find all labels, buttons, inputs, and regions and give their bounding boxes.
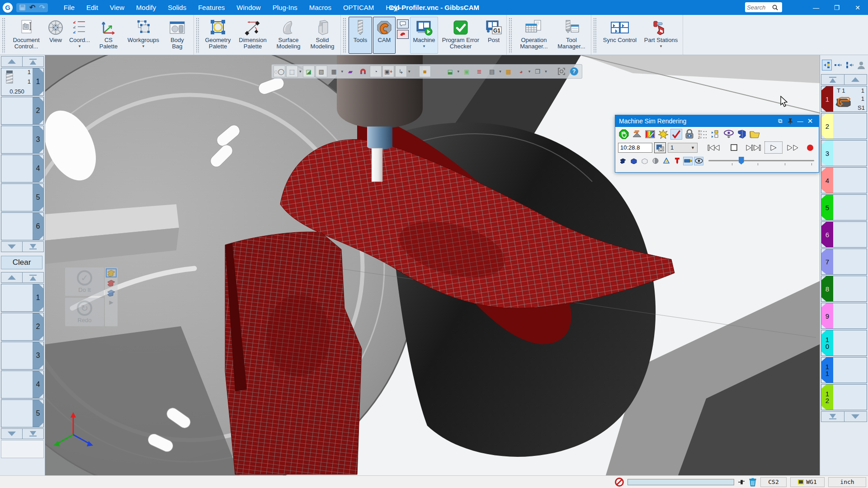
- operation-tile-4[interactable]: 4: [821, 167, 867, 193]
- document-control-button[interactable]: Document Control...: [8, 17, 45, 54]
- operation-tile-5[interactable]: 5: [821, 194, 867, 221]
- menu-opticam[interactable]: OPTICAM: [337, 1, 380, 14]
- operation-tile-3[interactable]: 3: [821, 140, 867, 166]
- tool-icon[interactable]: [672, 157, 682, 165]
- plane-icon[interactable]: ◪: [303, 66, 315, 77]
- operation-tile-9[interactable]: 9: [821, 303, 867, 329]
- menu-help[interactable]: Help: [380, 1, 406, 14]
- flow-branch-button[interactable]: [845, 60, 855, 70]
- tool-tile-3[interactable]: 3: [1, 126, 44, 154]
- menu-file[interactable]: File: [58, 1, 80, 14]
- sim-palette-titlebar[interactable]: Machine Sim Rendering ⧉ — ✕: [615, 115, 819, 127]
- op-tile-5[interactable]: 5: [1, 399, 44, 427]
- tool-tile-1[interactable]: 1 1 0.250 1: [1, 68, 44, 96]
- dropdown-icon[interactable]: ▾: [545, 69, 547, 74]
- fast-forward-button[interactable]: [784, 141, 802, 154]
- scroll-top-button[interactable]: [23, 56, 43, 66]
- operation-tile-1[interactable]: 1 T 1 1 1 S1: [821, 86, 867, 112]
- op-tile-2[interactable]: 2: [1, 313, 44, 341]
- operation-tile-11[interactable]: 11: [821, 357, 867, 383]
- geometry-palette-button[interactable]: Geometry Palette: [202, 17, 234, 54]
- menu-window[interactable]: Window: [231, 1, 266, 14]
- redo-button[interactable]: ↻ Redo: [65, 298, 104, 326]
- group-drag-handle[interactable]: [509, 18, 512, 53]
- record-button[interactable]: [807, 145, 813, 151]
- scroll-up-button[interactable]: [1, 56, 23, 66]
- operation-tile-10[interactable]: 10: [821, 330, 867, 356]
- do-it-button[interactable]: ✓ Do It: [65, 267, 104, 296]
- coord-button[interactable]: Coord... ▾: [66, 17, 93, 54]
- tools-button[interactable]: Tools: [349, 17, 372, 54]
- solid-modeling-button[interactable]: Solid Modeling: [307, 17, 338, 54]
- op-list-icon[interactable]: ▤: [486, 66, 498, 77]
- operation-tile-7[interactable]: 7: [821, 249, 867, 275]
- redo-icon[interactable]: ↷: [39, 4, 45, 11]
- op-steps-icon[interactable]: [710, 129, 722, 140]
- render-colors-icon[interactable]: [644, 129, 656, 140]
- menu-edit[interactable]: Edit: [80, 1, 104, 14]
- help-icon[interactable]: ?: [568, 66, 580, 77]
- dropdown-icon[interactable]: ▾: [408, 69, 410, 74]
- menu-modify[interactable]: Modify: [130, 1, 162, 14]
- cs-palette-button[interactable]: CS Palette: [94, 17, 123, 54]
- select-circles-icon[interactable]: ◌◯: [274, 66, 285, 77]
- sphere-clock-icon[interactable]: ◔: [370, 66, 382, 77]
- layers-icon[interactable]: ≣: [473, 66, 485, 77]
- dropdown-icon[interactable]: ▾: [499, 69, 501, 74]
- cube-pattern-icon[interactable]: ▩: [503, 66, 514, 77]
- pin-icon[interactable]: [785, 118, 795, 124]
- solid-compare-icon[interactable]: [736, 129, 748, 140]
- scroll-up-button[interactable]: [1, 272, 23, 282]
- tool-tile-tab[interactable]: 1: [33, 68, 43, 95]
- body-bag-button[interactable]: Body Bag: [163, 17, 191, 54]
- wg-indicator[interactable]: WG1: [790, 477, 825, 487]
- dropdown-icon[interactable]: ▾: [299, 69, 302, 74]
- cam-profile-button[interactable]: [397, 30, 409, 39]
- machine-button[interactable]: Machine ▾: [410, 17, 438, 54]
- save-icon[interactable]: [19, 4, 26, 11]
- solid-blue-icon[interactable]: [107, 289, 116, 296]
- scroll-down-button[interactable]: [1, 429, 23, 439]
- expand-arrow-icon[interactable]: ▶: [109, 299, 113, 305]
- position-readout-icon[interactable]: X=Y=Z=: [697, 129, 708, 140]
- group-drag-handle[interactable]: [343, 18, 346, 53]
- solid-yellow-icon[interactable]: [107, 269, 116, 277]
- machine-dropdown-icon[interactable]: ▾: [423, 44, 425, 48]
- half-section-icon[interactable]: [651, 157, 660, 165]
- cube-ghost-icon[interactable]: ■: [432, 66, 443, 77]
- op-tile-4[interactable]: 4: [1, 371, 44, 399]
- menu-plugins[interactable]: Plug-Ins: [267, 1, 303, 14]
- operation-manager-button[interactable]: Operation Manager...: [514, 17, 553, 54]
- coord-dropdown-icon[interactable]: ▾: [79, 44, 81, 48]
- balloon-note-button[interactable]: [397, 19, 409, 28]
- workgroups-button[interactable]: Workgroups ▾: [124, 17, 162, 54]
- step-button[interactable]: [745, 141, 763, 154]
- operation-tile-12[interactable]: 12: [821, 384, 867, 410]
- group-drag-handle[interactable]: [2, 18, 5, 53]
- tool-tile-6[interactable]: 6: [1, 212, 44, 240]
- program-error-checker-button[interactable]: Program Error Checker: [439, 17, 482, 54]
- op-tile-1[interactable]: 1: [1, 284, 44, 312]
- operation-tile-2[interactable]: 2: [821, 113, 867, 139]
- stop-button[interactable]: [725, 141, 743, 154]
- sim-progress-slider[interactable]: [708, 156, 816, 166]
- dock-window-icon[interactable]: ⧉: [775, 117, 785, 125]
- scroll-top-button[interactable]: [821, 75, 844, 84]
- scroll-up-button[interactable]: [844, 75, 867, 84]
- group-drag-handle[interactable]: [196, 18, 199, 53]
- dimension-palette-button[interactable]: Dimension Palette: [235, 17, 270, 54]
- menu-solids[interactable]: Solids: [162, 1, 192, 14]
- cam-button[interactable]: CAM: [373, 17, 396, 54]
- magnet-icon[interactable]: [357, 66, 369, 77]
- material-removal-icon[interactable]: [631, 129, 643, 140]
- undo-icon[interactable]: ↶: [29, 4, 35, 11]
- menu-macros[interactable]: Macros: [303, 1, 337, 14]
- toolholder-icon[interactable]: [683, 157, 693, 165]
- lock-view-icon[interactable]: [684, 129, 695, 140]
- cube-face-icon[interactable]: ▣: [461, 66, 472, 77]
- solid-red-icon[interactable]: [107, 279, 116, 286]
- part-stations-button[interactable]: Part Stations ▾: [642, 17, 680, 54]
- cube-shaded-icon[interactable]: ▧: [316, 66, 327, 77]
- tool-tile-4[interactable]: 4: [1, 155, 44, 183]
- dropdown-icon[interactable]: ▾: [528, 69, 531, 74]
